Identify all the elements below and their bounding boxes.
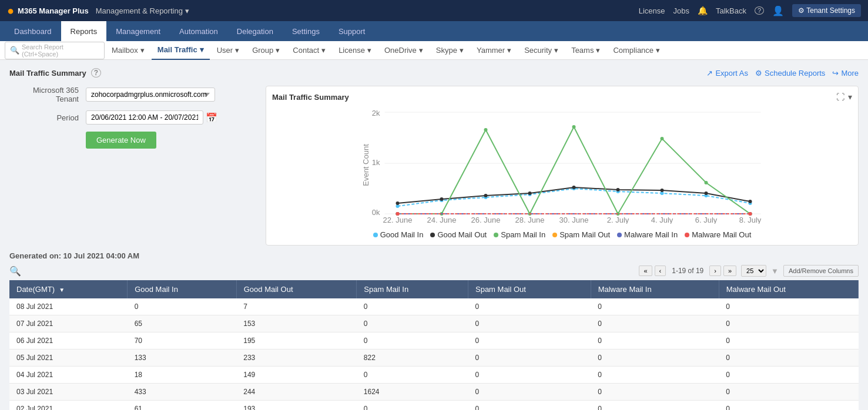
cell-spam-out: 0 — [468, 367, 591, 384]
period-input[interactable] — [86, 110, 203, 125]
cell-malware-out: 0 — [719, 315, 858, 332]
legend-malware-mail-out: Malware Mail Out — [685, 230, 751, 239]
generate-row: Generate Now — [9, 132, 256, 149]
subnav-yammer[interactable]: Yammer ▾ — [471, 41, 517, 60]
page-actions: ↗ Export As ⚙ Schedule Reports ↪ More — [706, 69, 859, 78]
svg-text:0k: 0k — [372, 208, 380, 217]
tab-management[interactable]: Management — [106, 21, 170, 41]
col-date[interactable]: Date(GMT) ▼ — [9, 280, 128, 298]
svg-point-27 — [484, 194, 488, 197]
cell-spam-in: 0 — [357, 332, 468, 349]
subnav-license[interactable]: License ▾ — [333, 41, 377, 60]
help-icon[interactable]: ? — [755, 6, 764, 15]
schedule-reports-button[interactable]: ⚙ Schedule Reports — [755, 69, 825, 78]
cell-good-in: 70 — [128, 332, 237, 349]
filter-icon[interactable]: ▼ — [771, 267, 779, 275]
next-page-button[interactable]: › — [709, 266, 721, 276]
cell-spam-out: 0 — [468, 298, 591, 315]
management-reporting-link[interactable]: Management & Reporting ▾ — [96, 6, 189, 15]
col-good-mail-out[interactable]: Good Mail Out — [236, 280, 357, 298]
chevron-icon: ▾ — [367, 46, 371, 55]
col-malware-mail-in[interactable]: Malware Mail In — [591, 280, 719, 298]
svg-point-26 — [440, 197, 444, 201]
svg-point-25 — [396, 201, 400, 205]
cell-good-out: 233 — [236, 349, 357, 367]
cell-date: 02 Jul 2021 — [9, 401, 128, 411]
svg-text:4. July: 4. July — [651, 216, 673, 224]
cell-spam-out: 0 — [468, 332, 591, 349]
more-button[interactable]: ↪ More — [832, 69, 859, 78]
subnav-compliance[interactable]: Compliance ▾ — [607, 41, 666, 60]
cell-good-out: 195 — [236, 332, 357, 349]
help-circle-icon[interactable]: ? — [91, 68, 101, 78]
per-page-select[interactable]: 25 — [741, 265, 766, 277]
tenant-settings-button[interactable]: ⚙ Tenant Settings — [792, 4, 861, 17]
calendar-button[interactable]: 📅 — [203, 112, 220, 123]
chart-header: Mail Traffic Summary ⛶ ▾ — [272, 92, 852, 102]
svg-point-38 — [572, 125, 576, 129]
clock-icon: ⚙ — [755, 69, 762, 78]
cell-spam-in: 1624 — [357, 384, 468, 401]
svg-point-47 — [396, 212, 400, 216]
table-search-icon[interactable]: 🔍 — [9, 266, 21, 277]
talkback-link[interactable]: TalkBack — [716, 6, 746, 15]
cell-date: 08 Jul 2021 — [9, 298, 128, 315]
tab-delegation[interactable]: Delegation — [227, 21, 283, 41]
cell-date: 06 Jul 2021 — [9, 332, 128, 349]
svg-point-40 — [661, 137, 664, 140]
svg-point-41 — [705, 181, 708, 184]
tab-support[interactable]: Support — [329, 21, 375, 41]
bell-icon[interactable]: 🔔 — [698, 6, 708, 15]
last-page-button[interactable]: » — [723, 266, 736, 276]
cell-spam-out: 0 — [468, 384, 591, 401]
cell-good-out: 149 — [236, 367, 357, 384]
jobs-link[interactable]: Jobs — [673, 6, 689, 15]
subnav-user[interactable]: User ▾ — [211, 41, 245, 60]
svg-text:24. June: 24. June — [427, 216, 457, 224]
chart-svg: 2k 1k 0k Event Count 22. June 24. June 2… — [272, 106, 852, 224]
legend-good-mail-in: Good Mail In — [373, 230, 424, 239]
tab-automation[interactable]: Automation — [170, 21, 227, 41]
subnav-mailbox[interactable]: Mailbox ▾ — [106, 41, 150, 60]
cell-spam-in: 0 — [357, 367, 468, 384]
add-remove-columns-button[interactable]: Add/Remove Columns — [783, 265, 859, 277]
col-spam-mail-out[interactable]: Spam Mail Out — [468, 280, 591, 298]
top-bar-left: ● M365 Manager Plus Management & Reporti… — [7, 4, 189, 18]
chevron-icon: ▾ — [140, 46, 145, 55]
prev-page-button[interactable]: ‹ — [655, 266, 666, 276]
cell-good-in: 61 — [128, 401, 237, 411]
svg-point-29 — [572, 186, 576, 189]
col-good-mail-in[interactable]: Good Mail In — [128, 280, 237, 298]
subnav-security[interactable]: Security ▾ — [518, 41, 564, 60]
legend-dot-malware-mail-out — [685, 233, 689, 237]
tenant-select[interactable]: zohocorpadmgrplus.onmicrosoft.com — [86, 88, 215, 102]
cell-good-out: 7 — [236, 298, 357, 315]
chevron-icon: ▾ — [656, 46, 660, 55]
table-row: 05 Jul 2021 133 233 822 0 0 0 — [9, 349, 859, 367]
subnav-skype[interactable]: Skype ▾ — [430, 41, 470, 60]
subnav-mailtraffic[interactable]: Mail Traffic ▾ — [152, 41, 210, 60]
export-as-button[interactable]: ↗ Export As — [706, 69, 748, 78]
table-toolbar: 🔍 « ‹ 1-19 of 19 › » 25 ▼ Add/Remove Col… — [9, 265, 859, 277]
expand-chart-button[interactable]: ⛶ — [836, 92, 844, 102]
tab-reports[interactable]: Reports — [61, 21, 107, 41]
cell-date: 03 Jul 2021 — [9, 384, 128, 401]
svg-point-28 — [528, 191, 532, 195]
subnav-group[interactable]: Group ▾ — [246, 41, 286, 60]
subnav-contact[interactable]: Contact ▾ — [287, 41, 331, 60]
tab-dashboard[interactable]: Dashboard — [5, 21, 61, 41]
col-malware-mail-out[interactable]: Malware Mail Out — [719, 280, 858, 298]
legend-dot-good-mail-in — [373, 233, 378, 237]
chart-options-button[interactable]: ▾ — [848, 92, 852, 102]
legend-dot-spam-mail-out — [552, 233, 557, 237]
generate-button[interactable]: Generate Now — [86, 132, 156, 149]
subnav-teams[interactable]: Teams ▾ — [565, 41, 606, 60]
tab-settings[interactable]: Settings — [283, 21, 329, 41]
col-spam-mail-in[interactable]: Spam Mail In — [357, 280, 468, 298]
subnav-onedrive[interactable]: OneDrive ▾ — [378, 41, 429, 60]
first-page-button[interactable]: « — [639, 266, 652, 276]
search-report-input[interactable]: 🔍 Search Report (Ctrl+Space) — [5, 42, 105, 59]
user-icon[interactable]: 👤 — [772, 5, 784, 16]
sort-icon-date: ▼ — [59, 287, 65, 293]
license-link[interactable]: License — [639, 6, 665, 15]
